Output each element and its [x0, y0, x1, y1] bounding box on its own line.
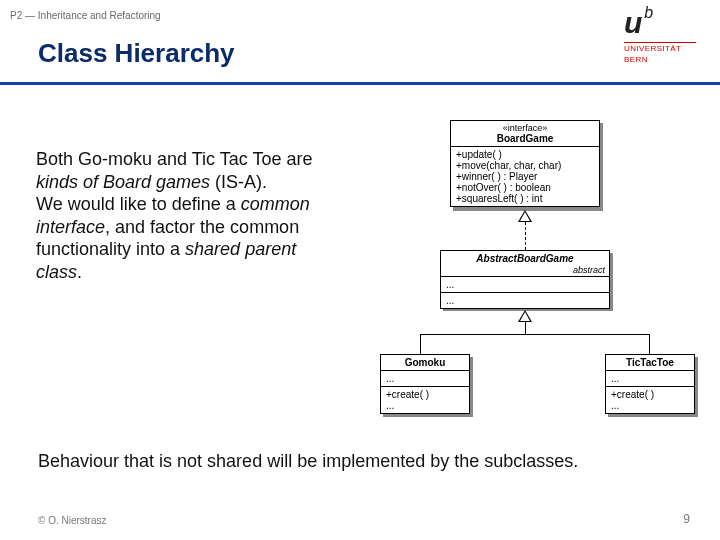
uml-op: +squaresLeft( ) : int — [456, 193, 594, 204]
uml-abstract-header: AbstractBoardGame abstract — [441, 251, 609, 277]
body-text-1c: (IS-A). — [210, 172, 267, 192]
body-text-2a: We would like to define a — [36, 194, 241, 214]
page-title: Class Hierarchy — [38, 38, 235, 69]
bottom-paragraph: Behaviour that is not shared will be imp… — [38, 450, 682, 473]
title-underline — [0, 82, 720, 85]
uml-op: +move(char, char, char) — [456, 160, 594, 171]
uml-interface-ops: +update( ) +move(char, char, char) +winn… — [451, 147, 599, 206]
university-logo: ub UNIVERSITÄT BERN — [624, 6, 696, 65]
uml-ops: +create( ) ... — [381, 387, 469, 413]
uml-class-tictactoe: TicTacToe ... +create( ) ... — [605, 354, 695, 414]
uml-ops: +create( ) ... — [606, 387, 694, 413]
uml-class-name: Gomoku — [381, 355, 469, 371]
uml-attrs: ... — [381, 371, 469, 387]
uml-line — [525, 322, 526, 334]
uml-line — [649, 334, 650, 354]
page-number: 9 — [683, 512, 690, 526]
uml-attrs: ... — [606, 371, 694, 387]
logo-letter-b: b — [644, 4, 653, 22]
header: P2 — Inheritance and Refactoring Class H… — [0, 0, 720, 95]
uml-attrs: ... — [441, 277, 609, 293]
uml-realization-line — [525, 222, 526, 250]
uml-line — [420, 334, 650, 335]
uml-class-name: BoardGame — [451, 133, 599, 144]
uml-abstract-tag: abstract — [441, 264, 609, 276]
uml-interface-header: «interface» BoardGame — [451, 121, 599, 147]
logo-text-line2: BERN — [624, 56, 696, 65]
body-text-2e: . — [77, 262, 82, 282]
logo-text-line1: UNIVERSITÄT — [624, 45, 696, 54]
uml-class-abstractboardgame: AbstractBoardGame abstract ... ... — [440, 250, 610, 309]
logo-letter-u: u — [624, 6, 642, 40]
uml-stereotype: «interface» — [451, 123, 599, 133]
body-text-1a: Both Go-moku and Tic Tac Toe are — [36, 149, 313, 169]
uml-op: +create( ) — [611, 389, 689, 400]
uml-ops: ... — [441, 293, 609, 308]
uml-op: +winner( ) : Player — [456, 171, 594, 182]
body-text-1b: kinds of Board games — [36, 172, 210, 192]
body-paragraph: Both Go-moku and Tic Tac Toe are kinds o… — [36, 148, 326, 283]
uml-op: ... — [386, 400, 464, 411]
uml-op: +notOver( ) : boolean — [456, 182, 594, 193]
uml-realization-arrowhead — [518, 210, 532, 222]
uml-interface-boardgame: «interface» BoardGame +update( ) +move(c… — [450, 120, 600, 207]
uml-op: ... — [611, 400, 689, 411]
breadcrumb: P2 — Inheritance and Refactoring — [10, 10, 161, 21]
uml-line — [420, 334, 421, 354]
footer-copyright: © O. Nierstrasz — [38, 515, 107, 526]
uml-diagram: «interface» BoardGame +update( ) +move(c… — [370, 120, 700, 430]
uml-class-name: AbstractBoardGame — [441, 251, 609, 264]
logo-divider — [624, 42, 696, 43]
uml-op: +create( ) — [386, 389, 464, 400]
uml-class-name: TicTacToe — [606, 355, 694, 371]
uml-generalization-arrowhead — [518, 310, 532, 322]
slide: P2 — Inheritance and Refactoring Class H… — [0, 0, 720, 540]
uml-class-gomoku: Gomoku ... +create( ) ... — [380, 354, 470, 414]
uml-op: +update( ) — [456, 149, 594, 160]
